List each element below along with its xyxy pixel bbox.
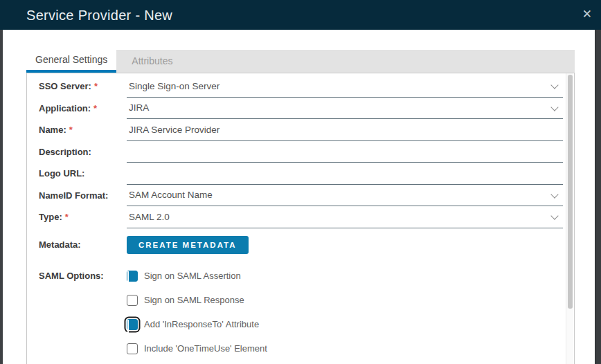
modal-header: Service Provider - New ✕ xyxy=(0,0,601,30)
field-row-application: Application: * JIRA xyxy=(27,98,574,120)
option-label: Include 'OneTimeUse' Element xyxy=(144,343,267,354)
required-marker: * xyxy=(94,81,98,91)
field-row-name: Name: * xyxy=(27,119,574,141)
nameid-format-value: SAM Account Name xyxy=(127,190,213,200)
field-row-type: Type: * SAML 2.0 xyxy=(27,206,574,228)
chevron-down-icon xyxy=(550,103,558,111)
checkbox-include-onetimeuse[interactable] xyxy=(127,343,138,354)
tab-attributes[interactable]: Attributes xyxy=(116,50,188,73)
nameid-format-select[interactable]: SAM Account Name xyxy=(127,185,563,207)
general-settings-panel: SSO Server: * Single Sign-on Server Appl… xyxy=(26,73,575,364)
option-label: Sign on SAML Assertion xyxy=(144,271,241,281)
option-label: Sign on SAML Response xyxy=(144,295,244,305)
close-icon: ✕ xyxy=(582,8,592,21)
chevron-down-icon xyxy=(550,190,558,198)
saml-options-label: SAML Options: xyxy=(39,271,104,281)
required-marker: * xyxy=(69,125,73,135)
tab-general-settings[interactable]: General Settings xyxy=(26,50,116,73)
option-label: Add 'InResponseTo' Attribute xyxy=(144,319,259,329)
nameid-format-label: NameID Format: xyxy=(39,190,108,201)
field-row-description: Description: xyxy=(27,141,574,163)
saml-options-list: Sign on SAML Assertion Sign on SAML Resp… xyxy=(127,266,574,363)
application-value: JIRA xyxy=(127,102,149,113)
check-icon xyxy=(127,320,129,333)
application-label: Application: xyxy=(39,103,91,113)
application-select[interactable]: JIRA xyxy=(127,98,563,120)
scrollbar-track[interactable] xyxy=(566,73,573,364)
sso-server-label: SSO Server: xyxy=(39,81,91,91)
metadata-label: Metadata: xyxy=(39,239,81,250)
create-metadata-button[interactable]: CREATE METADATA xyxy=(127,236,249,254)
required-marker: * xyxy=(65,212,69,222)
name-input[interactable] xyxy=(127,125,563,135)
option-sign-saml-assertion: Sign on SAML Assertion xyxy=(127,266,574,286)
option-sign-saml-response: Sign on SAML Response xyxy=(127,290,574,311)
field-row-saml-options: SAML Options: Sign on SAML Assertion Sig… xyxy=(27,266,574,363)
sso-server-select[interactable]: Single Sign-on Server xyxy=(127,75,563,98)
form-rows: SSO Server: * Single Sign-on Server Appl… xyxy=(27,73,574,363)
checkbox-sign-saml-assertion[interactable] xyxy=(127,271,138,282)
type-label: Type: xyxy=(39,212,62,222)
type-select[interactable]: SAML 2.0 xyxy=(127,206,563,228)
logo-url-label: Logo URL: xyxy=(39,168,84,179)
option-include-onetimeuse: Include 'OneTimeUse' Element xyxy=(127,338,574,359)
checkbox-add-inresponseto[interactable] xyxy=(127,319,138,330)
close-button[interactable]: ✕ xyxy=(582,8,592,21)
type-value: SAML 2.0 xyxy=(127,212,170,222)
name-label: Name: xyxy=(39,125,66,135)
field-row-sso-server: SSO Server: * Single Sign-on Server xyxy=(27,75,574,98)
page-background-edge xyxy=(595,30,601,364)
description-label: Description: xyxy=(39,147,91,157)
modal-title: Service Provider - New xyxy=(26,7,172,23)
chevron-down-icon xyxy=(550,81,558,89)
sso-server-value: Single Sign-on Server xyxy=(127,81,219,91)
option-add-inresponseto: Add 'InResponseTo' Attribute xyxy=(127,314,574,335)
chevron-down-icon xyxy=(550,212,558,219)
field-row-metadata: Metadata: CREATE METADATA xyxy=(27,230,574,260)
tab-bar: General Settings Attributes xyxy=(26,50,575,73)
checkbox-sign-saml-response[interactable] xyxy=(127,295,138,306)
modal-body: General Settings Attributes SSO Server: … xyxy=(3,30,595,364)
field-row-nameid-format: NameID Format: SAM Account Name xyxy=(27,185,574,207)
required-marker: * xyxy=(93,103,97,113)
logo-url-input[interactable] xyxy=(127,168,563,179)
field-row-logo-url: Logo URL: xyxy=(27,163,574,185)
check-icon xyxy=(127,271,129,284)
scrollbar-thumb[interactable] xyxy=(568,75,573,309)
description-input[interactable] xyxy=(127,146,563,156)
